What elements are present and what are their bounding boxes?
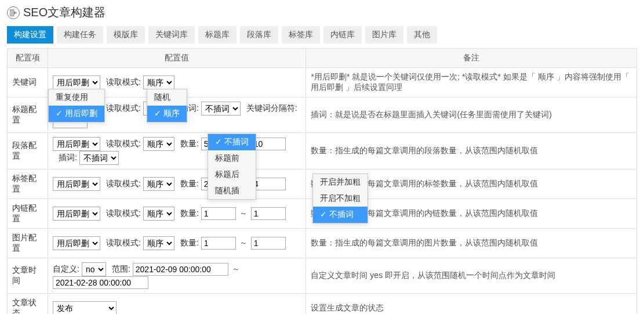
para-read-select[interactable]: 顺序 (143, 137, 174, 151)
keyword-read-select[interactable]: 顺序 (143, 75, 174, 89)
mode-dropdown-popup: 重复使用 ✓ 用后即删 (48, 89, 105, 122)
popup-option[interactable]: 标题后 (208, 167, 256, 183)
inlink-mode-select[interactable]: 用后即删 (53, 207, 100, 221)
row-label: 文章状态 (8, 294, 48, 315)
sep-label: 关键词分隔符: (246, 103, 297, 114)
row-label: 标签配置 (8, 169, 48, 199)
inlink-count-to[interactable] (251, 207, 286, 220)
config-table: 配置项 配置值 备注 关键词 用后即删 读取模式: 顺序 *用后即删* 就是说一… (7, 48, 637, 314)
col-note: 备注 (306, 49, 637, 68)
range-tilde: ～ (232, 264, 240, 275)
row-label: 文章时间 (8, 258, 48, 294)
row-note: 自定义文章时间 yes 即开启，从该范围随机一个时间点作为文章时间 (306, 258, 637, 294)
row-label: 标题配置 (8, 98, 48, 133)
image-mode-select[interactable]: 用后即删 (53, 236, 100, 250)
popup-option[interactable]: ✓ 不插词 (313, 207, 368, 223)
image-read-select[interactable]: 顺序 (143, 236, 174, 250)
tab-9[interactable]: 其他 (407, 26, 437, 44)
read-dropdown-popup: 随机 ✓ 顺序 (147, 89, 187, 122)
popup-option[interactable]: 随机插 (208, 183, 256, 199)
col-config-value: 配置值 (48, 49, 306, 68)
read-mode-label: 读取模式: (106, 103, 141, 114)
row-label: 段落配置 (8, 133, 48, 169)
read-mode-label: 读取模式: (106, 238, 141, 248)
tab-3[interactable]: 关键词库 (148, 26, 195, 44)
para-insert-select[interactable]: 不插词 (79, 151, 119, 165)
page-header: SEO文章构建器 (7, 5, 637, 20)
app-icon (7, 6, 20, 19)
tab-1[interactable]: 构建任务 (57, 26, 103, 44)
popup-option[interactable]: 标题前 (208, 150, 256, 167)
tab-6[interactable]: 标签库 (282, 26, 320, 44)
read-mode-label: 读取模式: (106, 139, 141, 149)
row-image-config: 图片配置 用后即删 读取模式: 顺序 数量: ～ 数量：指生成的每篇文章调用的图… (8, 229, 637, 258)
row-note: 数量：指生成的每篇文章调用的图片数量，从该范围内随机取值 (306, 229, 637, 258)
tab-bar: 构建设置构建任务模版库关键词库标题库段落库标签库内链库图片库其他 (7, 26, 637, 44)
popup-option[interactable]: 随机 (147, 89, 187, 106)
inlink-read-select[interactable]: 顺序 (143, 207, 174, 221)
insert2-dropdown-popup: 开启并加粗 开启不加粗 ✓ 不插词 (312, 174, 368, 223)
tag-read-select[interactable]: 顺序 (143, 177, 174, 191)
custom-label: 自定义: (53, 264, 79, 275)
inlink-count-from[interactable] (201, 207, 236, 220)
read-mode-label: 读取模式: (106, 208, 141, 219)
row-label: 关键词 (8, 68, 48, 98)
row-article-status: 文章状态 发布 设置生成文章的状态 (8, 294, 637, 315)
image-count-to[interactable] (251, 237, 286, 250)
para-mode-select[interactable]: 用后即删 (53, 137, 100, 151)
title-insert-select[interactable]: 不插词 (201, 102, 241, 116)
row-note: *用后即删* 就是说一个关键词仅使用一次; *读取模式* 如果是「 顺序 」内容… (306, 68, 637, 98)
read-mode-label: 读取模式: (106, 179, 141, 189)
count-label: 数量: (180, 238, 199, 248)
popup-option[interactable]: ✓ 不插词 (208, 134, 256, 150)
row-tag-config: 标签配置 用后即删 读取模式: 顺序 数量: ～ 开启并加粗 开启不加粗 ✓ 不… (8, 169, 637, 199)
row-note: 数量：指生成的每篇文章调用的段落数量，从该范围内随机取值 (306, 133, 637, 169)
count-label: 数量: (180, 139, 199, 149)
popup-option[interactable]: 开启并加粗 (313, 174, 368, 190)
row-label: 图片配置 (8, 229, 48, 258)
time-to-input[interactable] (53, 276, 148, 289)
range-label: 范围: (112, 264, 130, 275)
insert-label: 插词: (59, 153, 77, 163)
row-note: 插词：就是说是否在标题里面插入关键词(任务里面需使用了关键词) (306, 98, 637, 133)
tab-7[interactable]: 内链库 (323, 26, 362, 44)
page-title: SEO文章构建器 (23, 5, 105, 20)
col-config-item: 配置项 (8, 49, 48, 68)
range-tilde: ～ (239, 208, 248, 219)
tab-2[interactable]: 模版库 (107, 26, 145, 44)
popup-option[interactable]: ✓ 顺序 (147, 106, 187, 122)
status-select[interactable]: 发布 (53, 301, 117, 314)
keyword-mode-select[interactable]: 用后即删 (53, 75, 100, 89)
row-article-time: 文章时间 自定义: no 范围: ～ 自定义文章时间 yes 即开启，从该范围随… (8, 258, 637, 294)
tab-5[interactable]: 段落库 (240, 26, 278, 44)
tab-0[interactable]: 构建设置 (7, 26, 53, 44)
tab-4[interactable]: 标题库 (198, 26, 237, 44)
read-mode-label: 读取模式: (106, 77, 141, 88)
row-label: 内链配置 (8, 199, 48, 229)
row-note: 设置生成文章的状态 (306, 294, 637, 315)
row-paragraph-config: 段落配置 用后即删 读取模式: 顺序 数量: ～ 插词: 不插词 ✓ 不插词 标… (8, 133, 637, 169)
time-from-input[interactable] (133, 263, 228, 276)
range-tilde: ～ (239, 238, 248, 248)
count-label: 数量: (180, 208, 199, 219)
tab-8[interactable]: 图片库 (365, 26, 403, 44)
count-label: 数量: (180, 179, 199, 189)
popup-option[interactable]: 开启不加粗 (313, 190, 368, 207)
image-count-from[interactable] (201, 237, 236, 250)
tag-mode-select[interactable]: 用后即删 (53, 177, 100, 191)
row-title-config: 标题配置 用后即删 读取模式: 顺序 插词: 不插词 关键词分隔符: 重复使用 … (8, 98, 637, 133)
insert-dropdown-popup: ✓ 不插词 标题前 标题后 随机插 (208, 133, 256, 200)
table-header-row: 配置项 配置值 备注 (8, 49, 637, 68)
popup-option[interactable]: 重复使用 (49, 89, 104, 106)
popup-option[interactable]: ✓ 用后即删 (49, 106, 104, 122)
time-custom-select[interactable]: no (82, 262, 106, 276)
